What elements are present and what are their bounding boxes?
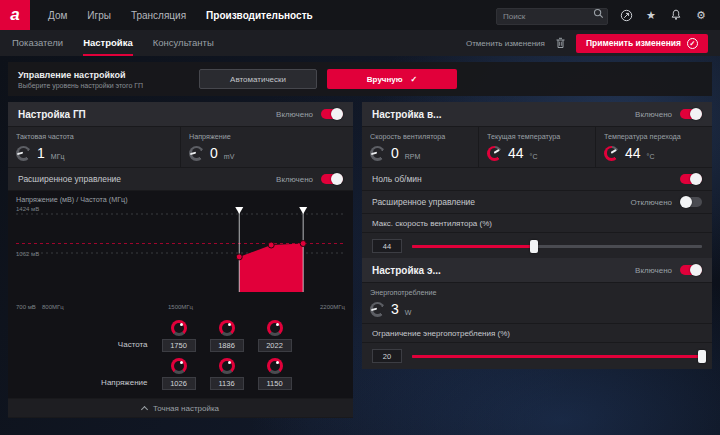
fan-panel-state: Включено xyxy=(635,110,672,119)
nav-item-games[interactable]: Игры xyxy=(87,10,111,21)
voltage-knob-3[interactable] xyxy=(267,358,283,374)
fan-speed-value: 0 xyxy=(391,145,399,161)
frequency-knob-1[interactable] xyxy=(171,320,187,336)
power-stats-row: Энергопотребление 3 W xyxy=(362,283,712,323)
frequency-knob-2[interactable] xyxy=(219,320,235,336)
power-panel-title: Настройка э... xyxy=(372,265,441,276)
voltage-frequency-chart[interactable]: Напряжение (мВ) / Частота (МГц) 1424 мВ … xyxy=(8,191,353,313)
current-temp-value: 44 xyxy=(508,145,524,161)
max-fan-speed-label: Макс. скорость вентилятора (%) xyxy=(372,219,492,228)
slider-handle[interactable] xyxy=(698,350,706,363)
amd-app-logo-icon[interactable]: a xyxy=(0,0,30,30)
apply-changes-button[interactable]: Применить изменения ✓ xyxy=(576,34,708,53)
fan-advanced-toggle[interactable] xyxy=(680,197,702,207)
fan-stats-row: Скорость вентилятора 0 RPM Текущая темпе… xyxy=(362,127,712,167)
fine-tuning-collapse[interactable]: Точная настройка xyxy=(8,399,353,417)
zero-rpm-row: Ноль об/мин xyxy=(362,168,712,190)
frequency-knob-group: Частота 1750 1886 2022 xyxy=(8,317,353,355)
voltage-value-3[interactable]: 1150 xyxy=(258,377,292,390)
fan-speed-unit: RPM xyxy=(405,153,421,160)
voltage-knob-col: 1150 xyxy=(258,358,292,390)
trash-icon[interactable] xyxy=(555,37,566,49)
auto-mode-button[interactable]: Автоматически xyxy=(199,69,317,89)
amd-globe-icon[interactable] xyxy=(619,8,633,22)
power-limit-slider[interactable] xyxy=(412,355,702,358)
fan-tuning-toggle[interactable] xyxy=(680,109,702,119)
gpu-clock-unit: МГц xyxy=(51,153,65,160)
power-panel-header: Настройка э... Включено xyxy=(362,258,712,282)
gpu-advanced-label: Расширенное управление xyxy=(18,174,121,184)
voltage-value-2[interactable]: 1136 xyxy=(210,377,244,390)
tuning-control-title: Управление настройкой xyxy=(18,70,143,80)
tab-tuning[interactable]: Настройка xyxy=(83,30,133,56)
manual-mode-label: Вручную xyxy=(367,75,403,84)
tabbar-actions: Отменить изменения Применить изменения ✓ xyxy=(466,34,708,53)
power-tuning-panel: Настройка э... Включено Энергопотреблени… xyxy=(362,258,712,369)
voltage-group-label: Напряжение xyxy=(70,378,148,387)
discard-changes-label[interactable]: Отменить изменения xyxy=(466,39,545,48)
tab-metrics[interactable]: Показатели xyxy=(12,30,63,56)
voltage-knob-1[interactable] xyxy=(171,358,187,374)
manual-mode-button[interactable]: Вручную ✓ xyxy=(327,69,457,89)
frequency-value-2[interactable]: 1886 xyxy=(210,339,244,352)
zero-rpm-label: Ноль об/мин xyxy=(372,174,422,184)
junction-temp-label: Температура перехода xyxy=(604,132,704,141)
gpu-tuning-toggle[interactable] xyxy=(321,109,343,119)
gpu-clock-value: 1 xyxy=(37,145,45,161)
gpu-advanced-state: Включено xyxy=(276,175,313,184)
chevron-up-icon xyxy=(141,406,148,413)
nav-item-streaming[interactable]: Трансляция xyxy=(131,10,186,21)
fan-advanced-row: Расширенное управление Отключено xyxy=(362,191,712,213)
power-tuning-toggle[interactable] xyxy=(680,265,702,275)
frequency-value-1[interactable]: 1750 xyxy=(162,339,196,352)
max-fan-speed-value[interactable]: 44 xyxy=(372,239,402,253)
chart-title: Напряжение (мВ) / Частота (МГц) xyxy=(16,195,128,204)
voltage-knob-group: Напряжение 1026 1136 1150 xyxy=(8,355,353,393)
topbar: a Дом Игры Трансляция Производительность… xyxy=(0,0,720,30)
slider-handle[interactable] xyxy=(530,240,538,253)
fan-advanced-state: Отключено xyxy=(631,198,672,207)
check-icon: ✓ xyxy=(411,75,418,84)
y-tick-label: 1424 мВ xyxy=(16,206,39,212)
gauge-icon xyxy=(487,146,502,161)
voltage-frequency-curve[interactable] xyxy=(16,207,345,293)
current-temp-label: Текущая температура xyxy=(487,132,587,141)
search-icon[interactable] xyxy=(593,8,604,19)
fan-speed-label: Скорость вентилятора xyxy=(370,132,470,141)
max-fan-speed-slider[interactable] xyxy=(412,245,702,248)
voltage-value-1[interactable]: 1026 xyxy=(162,377,196,390)
fine-tuning-label: Точная настройка xyxy=(153,404,219,413)
curve-knob-area: Частота 1750 1886 2022 Напряжение 1026 xyxy=(8,313,353,398)
gpu-panel-title: Настройка ГП xyxy=(18,109,86,120)
zero-rpm-toggle[interactable] xyxy=(680,174,702,184)
nav-item-performance[interactable]: Производительность xyxy=(206,10,313,21)
gear-icon[interactable]: ⚙ xyxy=(694,8,708,22)
power-limit-slider-row: 20 xyxy=(362,343,712,369)
frequency-knob-3[interactable] xyxy=(267,320,283,336)
gauge-icon xyxy=(370,302,385,317)
gauge-icon xyxy=(370,146,385,161)
gpu-advanced-toggle[interactable] xyxy=(321,174,343,184)
junction-temp-stat: Температура перехода 44 °C xyxy=(596,127,712,167)
performance-tabbar: Показатели Настройка Консультанты Отмени… xyxy=(0,30,720,56)
x-tick-label: 1500МГц xyxy=(168,304,193,310)
gauge-icon xyxy=(189,146,204,161)
fan-advanced-label: Расширенное управление xyxy=(372,197,475,207)
bell-icon[interactable] xyxy=(669,8,683,22)
gpu-voltage-stat: Напряжение 0 mV xyxy=(181,127,353,167)
power-limit-value[interactable]: 20 xyxy=(372,349,402,363)
fan-speed-stat: Скорость вентилятора 0 RPM xyxy=(362,127,478,167)
star-icon[interactable]: ★ xyxy=(644,8,658,22)
frequency-value-3[interactable]: 2022 xyxy=(258,339,292,352)
junction-temp-value: 44 xyxy=(625,145,641,161)
voltage-knob-col: 1136 xyxy=(210,358,244,390)
nav-item-home[interactable]: Дом xyxy=(48,10,67,21)
main-nav: Дом Игры Трансляция Производительность xyxy=(48,10,313,21)
search-input[interactable] xyxy=(496,8,608,25)
tab-advisors[interactable]: Консультанты xyxy=(153,30,214,56)
tuning-control-strip: Управление настройкой Выберите уровень н… xyxy=(8,62,712,96)
voltage-knob-2[interactable] xyxy=(219,358,235,374)
gpu-clock-label: Тактовая частота xyxy=(16,132,172,141)
frequency-knob-col: 2022 xyxy=(258,320,292,352)
max-fan-speed-label-row: Макс. скорость вентилятора (%) xyxy=(362,214,712,232)
